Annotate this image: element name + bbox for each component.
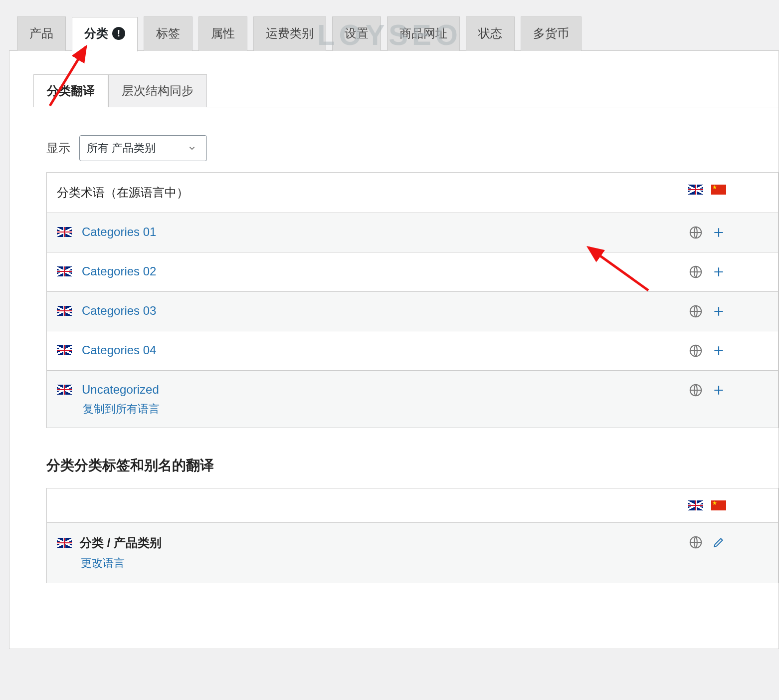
- add-translation-button[interactable]: [711, 383, 726, 398]
- tab-product-urls[interactable]: 商品网址: [387, 16, 460, 51]
- table-row: Categories 02: [47, 252, 778, 292]
- term-link[interactable]: Categories 04: [82, 343, 156, 357]
- alert-badge-icon: !: [112, 27, 125, 40]
- table-row: Categories 03: [47, 292, 778, 331]
- flag-uk-icon: [57, 385, 72, 395]
- add-translation-button[interactable]: [711, 264, 726, 279]
- tab-multi-currency[interactable]: 多货币: [521, 16, 582, 51]
- globe-icon: [688, 304, 703, 319]
- edit-translation-button[interactable]: [711, 535, 726, 550]
- flag-uk-icon: [688, 500, 703, 510]
- term-link[interactable]: Categories 01: [82, 225, 156, 239]
- tab-settings[interactable]: 设置: [332, 16, 381, 51]
- tab-products[interactable]: 产品: [17, 16, 66, 51]
- table-header-term: 分类术语（在源语言中）: [47, 173, 688, 213]
- globe-icon: [688, 225, 703, 240]
- term-link[interactable]: Uncategorized: [82, 383, 159, 397]
- filter-label: 显示: [46, 140, 70, 156]
- filter-select-value: 所有 产品类别: [87, 141, 156, 156]
- flag-uk-icon: [57, 538, 72, 548]
- tab-shipping-classes[interactable]: 运费类别: [253, 16, 326, 51]
- globe-icon: [688, 383, 703, 398]
- flag-uk-icon: [57, 266, 72, 276]
- add-translation-button[interactable]: [711, 304, 726, 319]
- labels-header-row: [47, 488, 778, 523]
- globe-icon: [688, 343, 703, 358]
- main-tabs: 产品 分类 ! 标签 属性 运费类别 设置 商品网址 状态 多货币: [0, 0, 779, 50]
- chevron-down-icon: [185, 141, 199, 156]
- subtab-sync[interactable]: 层次结构同步: [108, 74, 207, 107]
- tab-tags[interactable]: 标签: [144, 16, 193, 51]
- table-header-row: 分类术语（在源语言中）: [47, 173, 778, 213]
- tab-status[interactable]: 状态: [466, 16, 515, 51]
- section-heading: 分类分类标签和别名的翻译: [46, 456, 779, 475]
- flag-cn-icon: [711, 185, 726, 195]
- flag-uk-icon: [688, 185, 703, 195]
- filter-row: 显示 所有 产品类别: [46, 135, 779, 161]
- tab-categories-label: 分类: [84, 25, 108, 41]
- table-header-langs: [688, 173, 778, 207]
- content-panel: 分类翻译 层次结构同步 显示 所有 产品类别 分类术语（在源语言中） Categ…: [9, 50, 779, 649]
- flag-cn-icon: [711, 500, 726, 510]
- flag-uk-icon: [57, 345, 72, 355]
- copy-all-languages-link[interactable]: 复制到所有语言: [83, 403, 160, 415]
- table-row: Categories 04: [47, 331, 778, 371]
- globe-icon: [688, 535, 703, 550]
- term-link[interactable]: Categories 03: [82, 304, 156, 318]
- term-link[interactable]: Categories 02: [82, 264, 156, 278]
- subtab-translate[interactable]: 分类翻译: [33, 74, 108, 107]
- add-translation-button[interactable]: [711, 225, 726, 240]
- table-row: Uncategorized 复制到所有语言: [47, 371, 778, 428]
- terms-table: 分类术语（在源语言中） Categories 01: [46, 172, 779, 428]
- labels-table: 分类 / 产品类别 更改语言: [46, 488, 779, 583]
- labels-header-langs: [688, 488, 778, 522]
- flag-uk-icon: [57, 306, 72, 316]
- tab-attributes[interactable]: 属性: [198, 16, 247, 51]
- globe-icon: [688, 264, 703, 279]
- add-translation-button[interactable]: [711, 343, 726, 358]
- sub-tabs: 分类翻译 层次结构同步: [33, 74, 779, 107]
- label-text: 分类 / 产品类别: [80, 535, 162, 551]
- flag-uk-icon: [57, 227, 72, 237]
- tab-categories[interactable]: 分类 !: [72, 17, 138, 51]
- table-row: Categories 01: [47, 213, 778, 252]
- filter-select[interactable]: 所有 产品类别: [79, 135, 207, 161]
- change-language-link[interactable]: 更改语言: [81, 557, 125, 569]
- labels-row: 分类 / 产品类别 更改语言: [47, 523, 778, 583]
